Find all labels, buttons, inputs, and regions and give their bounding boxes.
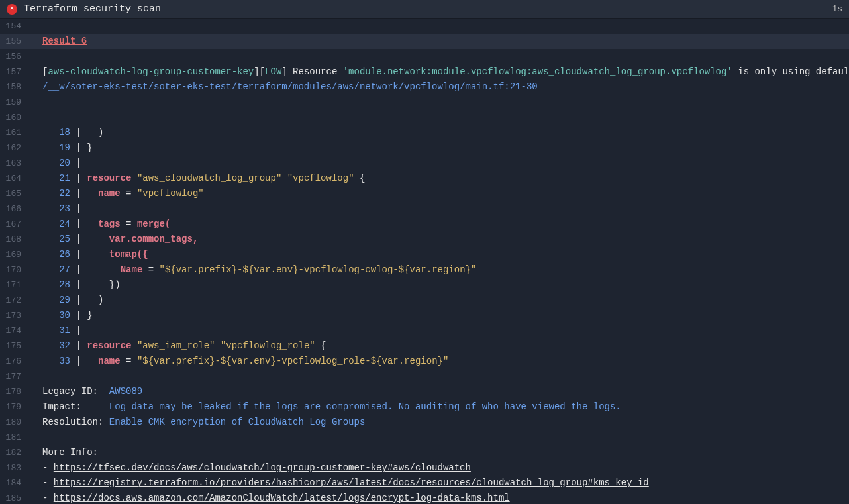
- log-content: [29, 369, 849, 384]
- log-content: 20 |: [29, 156, 849, 171]
- log-content: - https://registry.terraform.io/provider…: [29, 476, 849, 491]
- log-content: Impact: Log data may be leaked if the lo…: [29, 399, 849, 415]
- info-link[interactable]: https://tfsec.dev/docs/aws/cloudwatch/lo…: [54, 462, 471, 473]
- gutter-number: 180: [0, 415, 29, 430]
- log-line: 170 27 | Name = "${var.prefix}-${var.env…: [0, 262, 849, 277]
- gutter-number: 178: [0, 384, 29, 399]
- log-content: 25 | var.common_tags,: [29, 232, 849, 247]
- log-content: Legacy ID: AWS089: [29, 384, 849, 399]
- log-content: Resolution: Enable CMK encryption of Clo…: [29, 415, 849, 430]
- info-link[interactable]: https://docs.aws.amazon.com/AmazonCloudW…: [54, 493, 510, 503]
- log-line: 157[aws-cloudwatch-log-group-customer-ke…: [0, 64, 849, 79]
- gutter-number: 183: [0, 460, 29, 476]
- log-line: 183- https://tfsec.dev/docs/aws/cloudwat…: [0, 460, 849, 476]
- log-content: 32 | resource "aws_iam_role" "vpcflowlog…: [29, 338, 849, 354]
- log-output[interactable]: 154155Result 6156157[aws-cloudwatch-log-…: [0, 19, 849, 504]
- gutter-number: 165: [0, 186, 29, 201]
- log-line: 155Result 6: [0, 34, 849, 49]
- log-content: 24 | tags = merge(: [29, 217, 849, 232]
- gutter-number: 173: [0, 308, 29, 323]
- log-line: 161 18 | ): [0, 125, 849, 140]
- gutter-number: 176: [0, 354, 29, 369]
- log-line: 178Legacy ID: AWS089: [0, 384, 849, 399]
- gutter-number: 171: [0, 277, 29, 293]
- log-content: - https://docs.aws.amazon.com/AmazonClou…: [29, 491, 849, 504]
- resolution-text: Enable CMK encryption of CloudWatch Log …: [109, 417, 365, 427]
- gutter-number: 154: [0, 19, 29, 34]
- severity: LOW: [265, 66, 281, 77]
- log-content: [29, 95, 849, 110]
- log-line: 171 28 | }): [0, 277, 849, 293]
- log-line: 173 30 | }: [0, 308, 849, 323]
- log-line: 175 32 | resource "aws_iam_role" "vpcflo…: [0, 338, 849, 354]
- panel-header: ✕ Terraform security scan 1s: [0, 0, 849, 19]
- log-line: 185- https://docs.aws.amazon.com/AmazonC…: [0, 491, 849, 504]
- info-link[interactable]: https://registry.terraform.io/providers/…: [54, 478, 649, 488]
- gutter-number: 155: [0, 34, 29, 49]
- gutter-number: 169: [0, 247, 29, 262]
- log-content: 27 | Name = "${var.prefix}-${var.env}-vp…: [29, 262, 849, 277]
- log-content: 23 |: [29, 201, 849, 217]
- log-line: 166 23 |: [0, 201, 849, 217]
- log-line: 158/__w/soter-eks-test/soter-eks-test/te…: [0, 79, 849, 95]
- log-line: 154: [0, 19, 849, 34]
- log-content: [aws-cloudwatch-log-group-customer-key][…: [29, 64, 849, 79]
- gutter-number: 179: [0, 399, 29, 415]
- gutter-number: 184: [0, 476, 29, 491]
- log-content: [29, 110, 849, 125]
- log-content: 22 | name = "vpcflowlog": [29, 186, 849, 201]
- log-line: 163 20 |: [0, 156, 849, 171]
- gutter-number: 167: [0, 217, 29, 232]
- gutter-number: 158: [0, 79, 29, 95]
- gutter-number: 163: [0, 156, 29, 171]
- log-line: 181: [0, 430, 849, 445]
- gutter-number: 177: [0, 369, 29, 384]
- log-content: 29 | ): [29, 293, 849, 308]
- log-content: 33 | name = "${var.prefix}-${var.env}-vp…: [29, 354, 849, 369]
- log-content: 30 | }: [29, 308, 849, 323]
- gutter-number: 159: [0, 95, 29, 110]
- log-line: 172 29 | ): [0, 293, 849, 308]
- gutter-number: 166: [0, 201, 29, 217]
- header-left: ✕ Terraform security scan: [7, 3, 161, 15]
- log-line: 160: [0, 110, 849, 125]
- log-content: 21 | resource "aws_cloudwatch_log_group"…: [29, 171, 849, 186]
- log-content: [29, 19, 849, 34]
- gutter-number: 164: [0, 171, 29, 186]
- gutter-number: 175: [0, 338, 29, 354]
- log-line: 184- https://registry.terraform.io/provi…: [0, 476, 849, 491]
- gutter-number: 168: [0, 232, 29, 247]
- panel-duration: 1s: [832, 4, 842, 14]
- gutter-number: 157: [0, 64, 29, 79]
- log-content: 26 | tomap({: [29, 247, 849, 262]
- log-line: 159: [0, 95, 849, 110]
- log-line: 156: [0, 49, 849, 64]
- gutter-number: 172: [0, 293, 29, 308]
- log-line: 180Resolution: Enable CMK encryption of …: [0, 415, 849, 430]
- log-content: 31 |: [29, 323, 849, 338]
- log-content: 19 | }: [29, 140, 849, 156]
- log-line: 169 26 | tomap({: [0, 247, 849, 262]
- gutter-number: 181: [0, 430, 29, 445]
- gutter-number: 174: [0, 323, 29, 338]
- legacy-id: AWS089: [109, 386, 142, 397]
- gutter-number: 161: [0, 125, 29, 140]
- log-content: More Info:: [29, 445, 849, 460]
- log-content: 18 | ): [29, 125, 849, 140]
- gutter-number: 160: [0, 110, 29, 125]
- log-line: 164 21 | resource "aws_cloudwatch_log_gr…: [0, 171, 849, 186]
- log-line: 177: [0, 369, 849, 384]
- gutter-number: 170: [0, 262, 29, 277]
- file-path[interactable]: /__w/soter-eks-test/soter-eks-test/terra…: [42, 81, 538, 92]
- log-content: 28 | }): [29, 277, 849, 293]
- panel-title: Terraform security scan: [24, 3, 161, 15]
- log-line: 174 31 |: [0, 323, 849, 338]
- log-line: 167 24 | tags = merge(: [0, 217, 849, 232]
- error-circle-icon: ✕: [7, 4, 17, 15]
- log-line: 168 25 | var.common_tags,: [0, 232, 849, 247]
- log-content: /__w/soter-eks-test/soter-eks-test/terra…: [29, 79, 849, 95]
- rule-id: aws-cloudwatch-log-group-customer-key: [48, 66, 254, 77]
- gutter-number: 185: [0, 491, 29, 504]
- impact-text: Log data may be leaked if the logs are c…: [109, 401, 621, 412]
- gutter-number: 162: [0, 140, 29, 156]
